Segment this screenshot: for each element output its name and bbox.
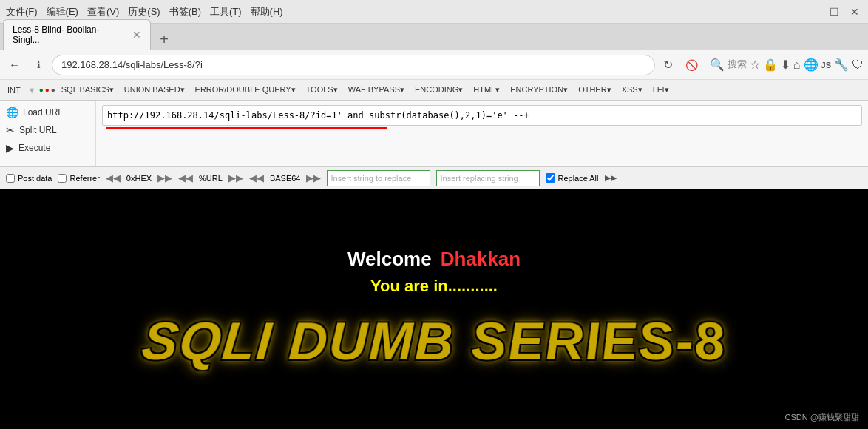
hackbar-encryption[interactable]: ENCRYPTION▾ [506,84,572,96]
url-right-arrow: ▶▶ [228,172,243,183]
replace-all-option: Replace All [546,173,598,183]
hackbar-toolbar: INT ▼ ● ● ● SQL BASICS▾ UNION BASED▾ ERR… [0,80,868,101]
js-badge: JS [821,61,831,70]
url-bar[interactable]: 192.168.28.14/sqli-labs/Less-8/?i [52,55,655,75]
nav-bar: ← ℹ 192.168.28.14/sqli-labs/Less-8/?i ↻ … [0,50,868,80]
back-button[interactable]: ← [4,55,25,75]
post-data-label: Post data [18,174,52,183]
hackbar-other[interactable]: OTHER▾ [574,84,616,96]
tab-bar: Less-8 Blind- Boolian- Singl... ✕ + [0,24,868,50]
url-left-arrow: ◀◀ [178,172,193,183]
hex-left-arrow: ◀◀ [106,172,121,183]
hackbar-url-area [96,101,868,166]
menu-help[interactable]: 帮助(H) [251,5,283,18]
post-data-option: Post data [6,174,52,183]
load-url-button[interactable]: 🌐 Load URL [0,104,95,121]
browser-window: 文件(F) 编辑(E) 查看(V) 历史(S) 书签(B) 工具(T) 帮助(H… [0,0,868,429]
menu-bookmarks[interactable]: 书签(B) [169,5,201,18]
hackbar-html[interactable]: HTML▾ [469,84,504,96]
sqli-title: SQLI DUMB SERIES-8 [138,311,730,371]
hackbar-xss[interactable]: XSS▾ [617,84,647,96]
hackbar-sidebar: 🌐 Load URL ✂ Split URL ▶ Execute [0,101,96,166]
dot-green: ● [39,86,44,94]
menu-view[interactable]: 查看(V) [87,5,119,18]
insert-replacing-string-input[interactable] [436,170,540,186]
extension-icon[interactable]: 🔧 [834,58,849,72]
hackbar-lfi[interactable]: LFI▾ [648,84,674,96]
menu-tools[interactable]: 工具(T) [210,5,242,18]
menu-history[interactable]: 历史(S) [128,5,160,18]
replace-all-checkbox[interactable] [546,173,555,183]
execute-label: Execute [18,143,50,153]
download-icon[interactable]: ⬇ [781,58,790,72]
bookmark-icon[interactable]: ☆ [750,58,760,72]
load-url-icon: 🌐 [6,107,18,118]
insert-string-replace-input[interactable] [327,170,430,186]
hackbar-int[interactable]: INT [3,84,25,96]
close-button[interactable]: ✕ [847,4,862,19]
search-text: 搜索 [728,58,747,72]
tab-label: Less-8 Blind- Boolian- Singl... [13,24,126,45]
hackbar-main: 🌐 Load URL ✂ Split URL ▶ Execute [0,101,868,167]
home-icon[interactable]: ⌂ [793,58,801,72]
shield-icon: 🛡 [852,58,864,72]
dot-red: ● [45,86,50,94]
hex-right-arrow: ▶▶ [157,172,172,183]
options-bar: Post data Referrer ◀◀ 0xHEX ▶▶ ◀◀ %URL ▶… [0,167,868,189]
hackbar-url-input[interactable] [102,105,862,126]
lock-icon: 🔒 [763,58,778,72]
title-bar-menus: 文件(F) 编辑(E) 查看(V) 历史(S) 书签(B) 工具(T) 帮助(H… [6,5,283,18]
new-tab-button[interactable]: + [154,29,174,50]
referrer-checkbox[interactable] [58,174,67,183]
base64-label: BASE64 [270,174,301,183]
hackbar-waf-bypass[interactable]: WAF BYPASS▾ [344,84,409,96]
url-icons: 🔍 搜索 [710,58,747,72]
base64-right-arrow: ▶▶ [306,172,321,183]
block-button[interactable]: 🚫 [682,55,702,75]
minimize-button[interactable]: — [806,4,821,19]
maximize-button[interactable]: ☐ [827,4,841,19]
split-url-button[interactable]: ✂ Split URL [0,121,95,139]
referrer-label: Referrer [69,174,99,183]
hex-label: 0xHEX [126,174,152,183]
replace-all-label: Replace All [557,174,598,183]
menu-file[interactable]: 文件(F) [6,5,38,18]
execute-button[interactable]: ▶ Execute [0,139,95,157]
execute-icon: ▶ [6,142,14,154]
watermark: CSDN @赚钱聚甜甜 [785,412,859,423]
url-text: 192.168.28.14/sqli-labs/Less-8/?i [61,59,203,70]
browser-tab[interactable]: Less-8 Blind- Boolian- Singl... ✕ [3,19,151,50]
url-encode-label: %URL [199,174,223,183]
post-data-checkbox[interactable] [6,174,15,183]
you-are-in-text: You are in........... [370,277,498,296]
hackbar-encoding[interactable]: ENCODING▾ [410,84,467,96]
hackbar-tools[interactable]: TOOLS▾ [302,84,342,96]
menu-edit[interactable]: 编辑(E) [47,5,78,18]
hackbar-union-based[interactable]: UNION BASED▾ [120,84,189,96]
url-underline [106,127,387,129]
welcome-label: Welcome [347,248,432,271]
hackbar-error-double[interactable]: ERROR/DOUBLE QUERY▾ [191,84,300,96]
globe-icon: 🌐 [804,58,818,72]
tab-close-button[interactable]: ✕ [132,29,141,41]
dot-gray: ● [51,86,55,94]
hackbar-sql-basics[interactable]: SQL BASICS▾ [57,84,118,96]
more-arrow[interactable]: ▶▶ [605,173,617,183]
base64-left-arrow: ◀◀ [249,172,264,183]
welcome-name: Dhakkan [441,248,521,271]
window-controls: — ☐ ✕ [806,4,862,19]
split-url-icon: ✂ [6,124,15,136]
referrer-option: Referrer [58,174,99,183]
welcome-text: Welcome Dhakkan [347,248,521,271]
reload-button[interactable]: ↻ [658,55,679,75]
info-button[interactable]: ℹ [28,55,49,75]
split-url-label: Split URL [19,125,57,135]
page-content: Welcome Dhakkan You are in........... SQ… [0,189,868,429]
search-icon: 🔍 [710,58,725,72]
load-url-label: Load URL [23,107,63,118]
